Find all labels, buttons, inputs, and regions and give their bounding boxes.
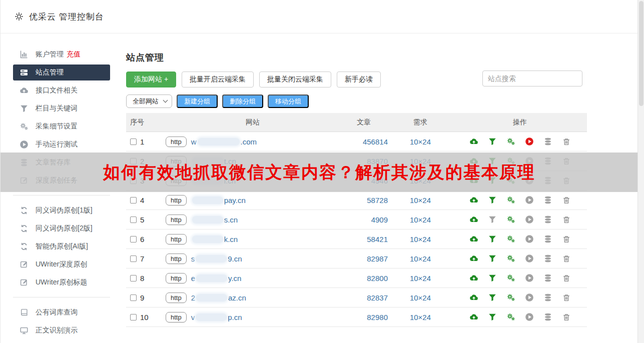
sidebar-item[interactable]: 同义词伪原创[1版]	[13, 202, 110, 218]
site-domain-link[interactable]: s.cn	[191, 216, 238, 224]
row-checkbox[interactable]	[130, 216, 137, 223]
play-action-icon[interactable]	[525, 254, 534, 263]
database-action-icon[interactable]	[543, 293, 552, 302]
move-group-button[interactable]: 移动分组	[268, 94, 309, 108]
row-checkbox[interactable]	[130, 256, 137, 262]
row-checkbox[interactable]	[130, 314, 137, 320]
group-select[interactable]: 全部网站	[126, 94, 172, 108]
scrollbar[interactable]	[637, 0, 644, 343]
cloud-upload-action-icon[interactable]	[469, 196, 478, 204]
gears-action-icon[interactable]	[506, 215, 515, 224]
trash-action-icon[interactable]	[562, 254, 571, 263]
index-cell: 7	[126, 254, 166, 263]
scrollbar-thumb[interactable]	[639, 1, 643, 106]
batch-close-collect-button[interactable]: 批量关闭云端采集	[259, 72, 331, 88]
http-badge[interactable]: http	[166, 254, 187, 264]
play-action-icon[interactable]	[525, 312, 534, 322]
beginner-guide-button[interactable]: 新手必读	[337, 72, 381, 88]
database-action-icon[interactable]	[543, 196, 552, 204]
filter-action-icon[interactable]	[488, 274, 497, 282]
site-domain-link[interactable]: ey.cn	[191, 274, 242, 282]
sidebar-item[interactable]: 账户管理充值	[13, 46, 110, 62]
trash-action-icon[interactable]	[562, 215, 571, 224]
http-badge[interactable]: http	[166, 136, 187, 147]
sidebar-item[interactable]: 接口文件相关	[13, 82, 110, 98]
gears-action-icon[interactable]	[506, 137, 515, 146]
filter-action-icon[interactable]	[488, 234, 497, 244]
play-action-icon[interactable]	[525, 215, 534, 224]
row-checkbox[interactable]	[130, 294, 137, 301]
sites-table: 序号 网站 文章 需求 操作 1httpw.com45681410×242htt…	[126, 113, 587, 327]
sidebar-item[interactable]: 同义词伪原创[2版]	[13, 220, 110, 236]
gears-action-icon[interactable]	[506, 254, 515, 263]
row-checkbox[interactable]	[130, 197, 137, 204]
play-action-icon[interactable]	[525, 234, 534, 244]
row-checkbox[interactable]	[130, 236, 137, 242]
trash-action-icon[interactable]	[562, 312, 571, 322]
database-action-icon[interactable]	[543, 137, 552, 146]
play-action-icon[interactable]	[525, 274, 534, 282]
row-checkbox[interactable]	[130, 275, 137, 282]
sidebar-item[interactable]: 站点管理	[13, 64, 110, 80]
trash-action-icon[interactable]	[562, 137, 571, 146]
sidebar-item[interactable]: 公有词库查询	[13, 304, 110, 320]
row-checkbox[interactable]	[130, 138, 137, 145]
site-domain-link[interactable]: 2az.cn	[191, 294, 246, 302]
batch-open-collect-button[interactable]: 批量开启云端采集	[182, 72, 254, 88]
sidebar-item[interactable]: 手动运行测试	[13, 136, 110, 152]
gears-action-icon[interactable]	[506, 274, 515, 282]
site-domain-link[interactable]: pay.cn	[191, 196, 246, 204]
cloud-upload-action-icon[interactable]	[469, 254, 478, 263]
trash-action-icon[interactable]	[562, 274, 571, 282]
sidebar-divider	[13, 195, 110, 196]
filter-action-icon[interactable]	[488, 254, 497, 263]
cloud-upload-action-icon[interactable]	[469, 215, 478, 224]
cloud-upload-action-icon[interactable]	[469, 234, 478, 244]
sidebar-item[interactable]: 正文识别演示	[13, 322, 110, 338]
http-badge[interactable]: http	[166, 292, 187, 303]
filter-action-icon[interactable]	[488, 137, 497, 146]
http-badge[interactable]: http	[166, 273, 187, 284]
gears-action-icon[interactable]	[506, 234, 515, 244]
site-domain-link[interactable]: w.com	[191, 138, 257, 146]
delete-group-button[interactable]: 删除分组	[222, 94, 263, 108]
cloud-upload-action-icon[interactable]	[469, 293, 478, 302]
http-badge[interactable]: http	[166, 214, 187, 225]
sidebar-item[interactable]: UWriter深度原创	[13, 256, 110, 272]
database-action-icon[interactable]	[543, 274, 552, 282]
cloud-upload-action-icon[interactable]	[469, 312, 478, 322]
new-group-button[interactable]: 新建分组	[177, 94, 218, 108]
trash-action-icon[interactable]	[562, 234, 571, 244]
play-action-icon[interactable]	[525, 293, 534, 302]
http-badge[interactable]: http	[166, 234, 187, 244]
cloud-upload-action-icon[interactable]	[469, 137, 478, 146]
database-action-icon[interactable]	[543, 215, 552, 224]
filter-action-icon[interactable]	[488, 293, 497, 302]
site-domain-link[interactable]: vp.cn	[191, 313, 242, 322]
add-site-button[interactable]: 添加网站 +	[126, 72, 176, 88]
trash-action-icon[interactable]	[562, 293, 571, 302]
site-domain-link[interactable]: k.cn	[191, 235, 238, 244]
sidebar-item[interactable]: 采集细节设置	[13, 118, 110, 134]
filter-action-icon[interactable]	[488, 312, 497, 322]
sidebar-item[interactable]: UWriter原创标题	[13, 274, 110, 290]
trash-action-icon[interactable]	[562, 196, 571, 204]
filter-action-icon[interactable]	[488, 196, 497, 204]
database-action-icon[interactable]	[543, 254, 552, 263]
http-badge[interactable]: http	[166, 312, 187, 322]
play-action-icon[interactable]	[525, 137, 534, 146]
gears-action-icon[interactable]	[506, 196, 515, 204]
http-badge[interactable]: http	[166, 195, 187, 206]
gears-action-icon[interactable]	[506, 293, 515, 302]
site-search-input[interactable]	[482, 70, 582, 86]
sidebar-item[interactable]: 栏目与关键词	[13, 100, 110, 116]
cloud-upload-action-icon[interactable]	[469, 274, 478, 282]
play-action-icon[interactable]	[525, 196, 534, 204]
database-action-icon[interactable]	[543, 312, 552, 322]
gears-action-icon[interactable]	[506, 312, 515, 322]
recharge-badge[interactable]: 充值	[67, 50, 81, 59]
database-action-icon[interactable]	[543, 234, 552, 244]
filter-action-icon[interactable]	[488, 215, 497, 224]
site-domain-link[interactable]: s9.cn	[191, 254, 242, 263]
sidebar-item[interactable]: 智能伪原创[AI版]	[13, 238, 110, 254]
